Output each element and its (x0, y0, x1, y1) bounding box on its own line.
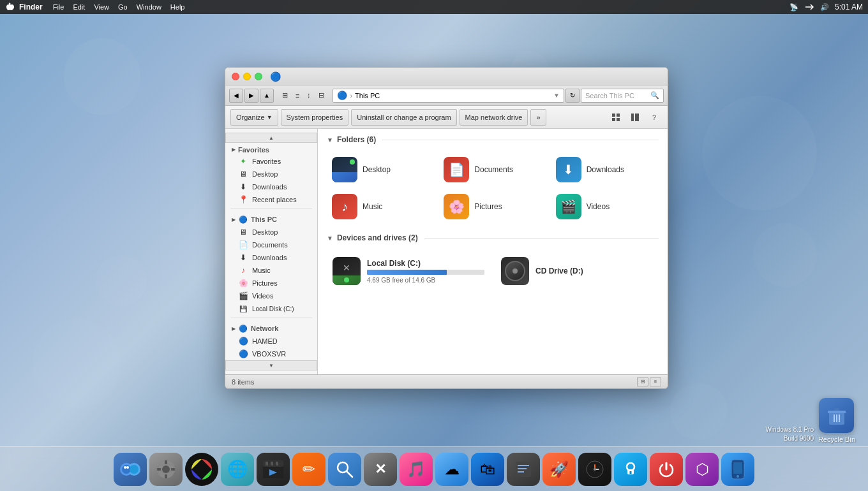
apple-menu[interactable] (5, 2, 15, 12)
address-bar[interactable]: 🔵 › This PC ▼ (333, 89, 564, 103)
status-view-list[interactable]: ≡ (650, 377, 661, 386)
dock-item-finder2[interactable] (328, 453, 361, 486)
menu-view[interactable]: View (94, 3, 109, 11)
view-grid-button[interactable]: ⊞ (279, 89, 291, 103)
sidebar-item-desktop[interactable]: 🖥 Desktop (225, 168, 317, 180)
sidebar-item-music[interactable]: ♪ Music (225, 264, 317, 277)
sidebar-item-documents[interactable]: 📄 Documents (225, 238, 317, 251)
dock-item-itunes[interactable]: 🎵 (400, 453, 433, 486)
view-list-button[interactable]: ≡ (292, 89, 303, 103)
status-view-buttons: ⊞ ≡ (637, 377, 661, 386)
svg-rect-2 (612, 118, 615, 121)
link-icon[interactable] (804, 2, 814, 12)
cast-icon[interactable]: 📡 (789, 2, 799, 12)
sidebar-item-localdisk[interactable]: 💾 Local Disk (C:) (225, 302, 317, 315)
clock-display: 5:01 AM (835, 3, 863, 11)
dock-item-cloud[interactable]: ☁ (435, 453, 468, 486)
drive-c[interactable]: ✕ Local Disk (C:) 4.69 GB free of 14.6 G… (327, 251, 490, 291)
folders-arrow[interactable]: ▼ (327, 136, 333, 143)
map-network-button[interactable]: Map network drive (460, 109, 528, 126)
sidebar-item-recent[interactable]: 📍 Recent places (225, 193, 317, 206)
drives-arrow[interactable]: ▼ (327, 235, 333, 242)
view-split-button[interactable]: ⫶ (304, 89, 314, 103)
svg-rect-37 (518, 471, 524, 473)
dock-item-browser[interactable]: 🌐 (221, 453, 254, 486)
menu-file[interactable]: File (53, 3, 64, 11)
refresh-button[interactable]: ↻ (565, 89, 580, 103)
menu-edit[interactable]: Edit (73, 3, 85, 11)
drive-c-name: Local Disk (C:) (367, 259, 484, 268)
ribbon-view-columns[interactable] (608, 110, 624, 124)
dock-item-instruments[interactable] (578, 453, 611, 486)
dock-item-notes[interactable] (507, 453, 540, 486)
documents-icon: 📄 (238, 240, 248, 250)
organize-button[interactable]: Organize ▼ (230, 109, 278, 126)
up-button[interactable]: ▲ (260, 89, 274, 103)
music-icon: ♪ (238, 265, 248, 275)
ribbon-view-panel[interactable] (627, 110, 643, 124)
search-bar[interactable]: Search This PC 🔍 (581, 89, 664, 103)
sidebar-item-videos[interactable]: 🎬 Videos (225, 289, 317, 302)
sidebar-item-vboxsvr[interactable]: 🔵 VBOXSVR (225, 348, 317, 360)
dock-item-pages[interactable]: ✏ (292, 453, 326, 486)
dock-item-appstore[interactable]: 🛍 (471, 453, 504, 486)
sidebar-scroll-up[interactable]: ▲ (225, 133, 317, 143)
maximize-button[interactable] (255, 73, 262, 80)
menubar: Finder File Edit View Go Window Help 📡 🔊… (0, 0, 868, 14)
documents-thumb: 📄 (444, 157, 469, 182)
svg-point-41 (594, 468, 596, 471)
folders-divider (382, 140, 659, 140)
close-button[interactable] (232, 73, 239, 80)
sidebar-item-hamed[interactable]: 🔵 HAMED (225, 335, 317, 348)
folder-downloads[interactable]: ⬇ Downloads (551, 153, 659, 186)
folder-videos[interactable]: 🎬 Videos (551, 190, 659, 223)
status-view-grid[interactable]: ⊞ (637, 377, 648, 386)
svg-point-15 (130, 465, 138, 474)
videos-thumb: 🎬 (556, 194, 581, 219)
sidebar-divider-2 (230, 318, 312, 318)
dock-item-sysprefs[interactable] (149, 453, 183, 486)
more-options-button[interactable]: » (530, 109, 546, 126)
dock-item-finder[interactable] (114, 453, 147, 486)
dock-item-power[interactable] (650, 453, 683, 486)
sidebar-item-downloads2[interactable]: ⬇ Downloads (225, 251, 317, 264)
dock-item-rocket[interactable]: 🚀 (542, 453, 576, 486)
sidebar-scroll-down[interactable]: ▼ (225, 360, 317, 370)
dock-item-osx[interactable]: ✕ (364, 453, 397, 486)
sidebar-network-header: ▸ 🔵 Network (225, 321, 317, 335)
downloads2-icon: ⬇ (238, 253, 248, 263)
minimize-button[interactable] (243, 73, 251, 80)
sidebar-item-desktop2[interactable]: 🖥 Desktop (225, 226, 317, 238)
folder-desktop[interactable]: Desktop (327, 153, 435, 186)
ribbon-help[interactable]: ? (646, 110, 662, 124)
dock-item-altstore[interactable]: ⬡ (685, 453, 719, 486)
sidebar-item-downloads[interactable]: ⬇ Downloads (225, 180, 317, 193)
recycle-bin[interactable]: Recycle Bin (818, 398, 855, 443)
menu-go[interactable]: Go (118, 3, 128, 11)
drive-d[interactable]: CD Drive (D:) (495, 251, 659, 291)
app-name: Finder (19, 3, 43, 11)
volume-icon[interactable]: 🔊 (819, 2, 830, 12)
folder-music[interactable]: ♪ Music (327, 190, 435, 223)
menu-window[interactable]: Window (137, 3, 161, 11)
forward-button[interactable]: ▶ (244, 89, 258, 103)
folder-documents[interactable]: 📄 Documents (438, 153, 546, 186)
dock-item-1password[interactable] (614, 453, 647, 486)
svg-rect-8 (834, 408, 839, 411)
drive-d-icon (501, 257, 529, 285)
back-button[interactable]: ◀ (229, 89, 243, 103)
sidebar-item-favorites[interactable]: ✦ Favorites (225, 155, 317, 168)
drive-c-bar (367, 270, 484, 275)
view-detail-button[interactable]: ⊟ (315, 89, 327, 103)
favorites-icon: ✦ (238, 156, 248, 166)
menu-help[interactable]: Help (170, 3, 185, 11)
dock-item-colorsync[interactable] (185, 453, 218, 486)
uninstall-button[interactable]: Uninstall or change a program (351, 109, 456, 126)
system-properties-button[interactable]: System properties (281, 109, 349, 126)
downloads-thumb: ⬇ (556, 157, 581, 182)
dock-item-iphone[interactable] (721, 453, 754, 486)
svg-point-19 (162, 465, 170, 473)
sidebar-item-pictures[interactable]: 🌸 Pictures (225, 277, 317, 289)
dock-item-claquette[interactable] (257, 453, 290, 486)
folder-pictures[interactable]: 🌸 Pictures (438, 190, 546, 223)
